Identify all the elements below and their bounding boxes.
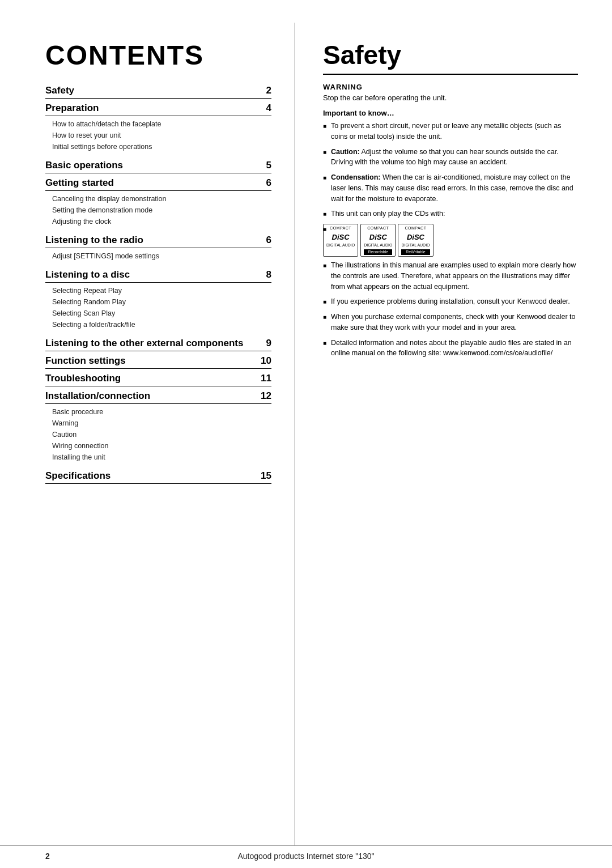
toc-section-label: Getting started	[45, 177, 114, 189]
toc-sub-entry: Adjust [SETTINGS] mode settings	[52, 250, 271, 262]
toc-sub-entry: How to reset your unit	[52, 130, 271, 141]
toc-sub-entry: Basic procedure	[52, 406, 271, 418]
toc-section-label: Listening to a disc	[45, 269, 130, 280]
toc-sub-entries: Selecting Repeat PlaySelecting Random Pl…	[45, 284, 271, 334]
safety-bullet-item: Condensation: When the car is air-condit…	[323, 172, 578, 204]
toc-page-number: 6	[258, 177, 271, 189]
contents-title: CONTENTS	[45, 40, 271, 71]
toc-section: Listening to the radio6Adjust [SETTINGS]…	[45, 232, 271, 265]
toc-page-number: 4	[258, 103, 271, 114]
toc-section: Troubleshooting11	[45, 370, 271, 386]
toc-section-label: Function settings	[45, 355, 126, 367]
safety-bullet-item: Detailed information and notes about the…	[323, 338, 578, 359]
toc-section-label: Preparation	[45, 103, 99, 114]
toc-sub-entry: Selecting a folder/track/file	[52, 319, 271, 330]
disc-icons-container: COMPACT DiSC DIGITAL AUDIO COMPACT DiSC …	[323, 224, 578, 257]
toc-sub-entry: Canceling the display demonstration	[52, 193, 271, 205]
toc-section-label: Basic operations	[45, 160, 123, 171]
toc-main-entry: Troubleshooting11	[45, 370, 271, 386]
toc-page-number: 15	[258, 470, 271, 482]
toc-sub-entry: Selecting Random Play	[52, 296, 271, 308]
toc-sub-entry: Setting the demonstration mode	[52, 205, 271, 216]
toc-sub-entry: Warning	[52, 418, 271, 429]
toc-page-number: 6	[258, 235, 271, 246]
toc-section: Installation/connection12Basic procedure…	[45, 388, 271, 466]
toc-section: Function settings10	[45, 352, 271, 369]
safety-bullet-item: To prevent a short circuit, never put or…	[323, 121, 578, 142]
toc-section-label: Listening to the other external componen…	[45, 338, 243, 349]
table-of-contents: Safety2Preparation4How to attach/detach …	[45, 82, 271, 484]
toc-page-number: 9	[258, 338, 271, 349]
safety-column: Safety WARNING Stop the car before opera…	[295, 23, 612, 845]
toc-sub-entry: Initial settings before operations	[52, 141, 271, 152]
toc-sub-entry: Selecting Repeat Play	[52, 285, 271, 296]
toc-section-label: Installation/connection	[45, 390, 150, 402]
toc-main-entry: Safety2	[45, 82, 271, 99]
toc-main-entry: Installation/connection12	[45, 388, 271, 404]
toc-main-entry: Listening to the radio6	[45, 232, 271, 248]
safety-bullet-item: This unit can only play the CDs with:	[323, 209, 578, 219]
toc-section: Listening to the other external componen…	[45, 335, 271, 351]
toc-main-entry: Specifications15	[45, 467, 271, 484]
toc-section-label: Specifications	[45, 470, 110, 482]
disc-icon-2: COMPACT DiSC DIGITAL AUDIO Recordable	[360, 224, 396, 257]
toc-main-entry: Basic operations5	[45, 157, 271, 173]
toc-section: Basic operations5	[45, 157, 271, 173]
toc-page-number: 10	[258, 355, 271, 367]
toc-page-number: 12	[258, 390, 271, 402]
toc-section: Preparation4How to attach/detach the fac…	[45, 100, 271, 156]
toc-sub-entries: How to attach/detach the faceplateHow to…	[45, 117, 271, 156]
disc-icon-3: COMPACT DiSC DIGITAL AUDIO ReWritable	[398, 224, 433, 257]
toc-main-entry: Listening to a disc8	[45, 266, 271, 283]
toc-sub-entries: Adjust [SETTINGS] mode settings	[45, 249, 271, 265]
important-label: Important to know…	[323, 109, 578, 117]
toc-sub-entry: Installing the unit	[52, 452, 271, 463]
toc-section: Getting started6Canceling the display de…	[45, 175, 271, 231]
footer-page-number: 2	[45, 852, 50, 861]
toc-sub-entry: Selecting Scan Play	[52, 308, 271, 319]
toc-sub-entry: Adjusting the clock	[52, 216, 271, 227]
toc-section-label: Listening to the radio	[45, 235, 143, 246]
toc-main-entry: Function settings10	[45, 352, 271, 369]
toc-section: Specifications15	[45, 467, 271, 484]
toc-sub-entries: Canceling the display demonstrationSetti…	[45, 192, 271, 231]
disc-icon-1: COMPACT DiSC DIGITAL AUDIO	[323, 224, 358, 257]
toc-section: Safety2	[45, 82, 271, 99]
safety-bullet-item: The illustrations in this manual are exa…	[323, 260, 578, 292]
toc-main-entry: Listening to the other external componen…	[45, 335, 271, 351]
safety-title: Safety	[323, 40, 578, 75]
toc-sub-entry: How to attach/detach the faceplate	[52, 118, 271, 130]
toc-sub-entries: Basic procedureWarningCautionWiring conn…	[45, 405, 271, 466]
safety-bullet-item: Caution: Adjust the volume so that you c…	[323, 147, 578, 168]
toc-sub-entry: Wiring connection	[52, 440, 271, 452]
safety-bullet-item: When you purchase external components, c…	[323, 312, 578, 333]
toc-page-number: 2	[258, 85, 271, 96]
warning-text: Stop the car before operating the unit.	[323, 93, 578, 102]
footer: 2 Autogood products Internet store "130"	[0, 845, 612, 866]
toc-main-entry: Preparation4	[45, 100, 271, 116]
toc-page-number: 8	[258, 269, 271, 280]
safety-bullet-list: To prevent a short circuit, never put or…	[323, 121, 578, 359]
contents-column: CONTENTS Safety2Preparation4How to attac…	[0, 23, 295, 845]
toc-section: Listening to a disc8Selecting Repeat Pla…	[45, 266, 271, 334]
toc-page-number: 11	[258, 373, 271, 384]
toc-main-entry: Getting started6	[45, 175, 271, 191]
toc-section-label: Safety	[45, 85, 74, 96]
footer-center-text: Autogood products Internet store "130"	[237, 852, 374, 861]
toc-section-label: Troubleshooting	[45, 373, 121, 384]
toc-page-number: 5	[258, 160, 271, 171]
toc-sub-entry: Caution	[52, 429, 271, 440]
safety-bullet-item: If you experience problems during instal…	[323, 296, 578, 307]
warning-label: WARNING	[323, 83, 578, 91]
